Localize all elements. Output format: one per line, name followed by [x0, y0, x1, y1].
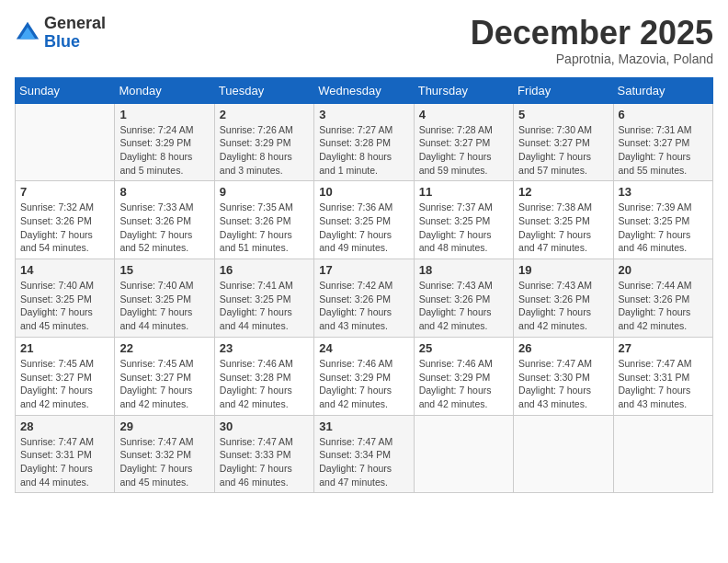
calendar-cell: 9Sunrise: 7:35 AM Sunset: 3:26 PM Daylig… [214, 181, 313, 259]
calendar-cell: 26Sunrise: 7:47 AM Sunset: 3:30 PM Dayli… [514, 337, 613, 415]
logo: General Blue [15, 15, 106, 52]
day-number: 25 [419, 341, 508, 355]
day-number: 21 [20, 341, 109, 355]
day-info: Sunrise: 7:44 AM Sunset: 3:26 PM Dayligh… [619, 279, 708, 333]
calendar-cell: 11Sunrise: 7:37 AM Sunset: 3:25 PM Dayli… [414, 181, 513, 259]
day-info: Sunrise: 7:45 AM Sunset: 3:27 PM Dayligh… [20, 357, 109, 411]
calendar-cell: 28Sunrise: 7:47 AM Sunset: 3:31 PM Dayli… [16, 415, 115, 493]
day-info: Sunrise: 7:47 AM Sunset: 3:32 PM Dayligh… [119, 435, 209, 489]
calendar-cell: 5Sunrise: 7:30 AM Sunset: 3:27 PM Daylig… [514, 103, 613, 181]
day-number: 17 [319, 263, 408, 277]
calendar-cell: 6Sunrise: 7:31 AM Sunset: 3:27 PM Daylig… [613, 103, 712, 181]
calendar-cell [414, 415, 513, 493]
day-number: 10 [319, 185, 408, 199]
day-number: 28 [20, 419, 109, 433]
calendar-cell [613, 415, 712, 493]
day-info: Sunrise: 7:36 AM Sunset: 3:25 PM Dayligh… [319, 201, 408, 255]
calendar-cell: 31Sunrise: 7:47 AM Sunset: 3:34 PM Dayli… [314, 415, 414, 493]
calendar-header-sunday: Sunday [16, 77, 115, 103]
calendar-cell: 2Sunrise: 7:26 AM Sunset: 3:29 PM Daylig… [214, 103, 313, 181]
calendar-cell: 17Sunrise: 7:42 AM Sunset: 3:26 PM Dayli… [314, 259, 414, 338]
day-number: 6 [619, 108, 708, 121]
day-info: Sunrise: 7:47 AM Sunset: 3:31 PM Dayligh… [619, 357, 708, 411]
calendar-header-thursday: Thursday [414, 77, 513, 103]
calendar-cell: 3Sunrise: 7:27 AM Sunset: 3:28 PM Daylig… [314, 103, 414, 181]
day-info: Sunrise: 7:27 AM Sunset: 3:28 PM Dayligh… [319, 123, 408, 178]
day-number: 24 [319, 341, 408, 355]
day-number: 27 [619, 341, 708, 355]
day-number: 4 [419, 108, 508, 121]
calendar-header-row: SundayMondayTuesdayWednesdayThursdayFrid… [16, 77, 713, 103]
title-block: December 2025 Paprotnia, Mazovia, Poland [471, 15, 713, 66]
month-title: December 2025 [471, 15, 713, 52]
day-info: Sunrise: 7:47 AM Sunset: 3:33 PM Dayligh… [220, 435, 309, 489]
day-info: Sunrise: 7:42 AM Sunset: 3:26 PM Dayligh… [319, 279, 408, 333]
day-number: 22 [119, 341, 209, 355]
day-number: 14 [20, 263, 109, 277]
calendar-header-friday: Friday [514, 77, 613, 103]
day-number: 12 [518, 185, 608, 199]
page-header: General Blue December 2025 Paprotnia, Ma… [15, 15, 713, 66]
day-number: 29 [119, 419, 209, 433]
day-info: Sunrise: 7:46 AM Sunset: 3:29 PM Dayligh… [419, 357, 508, 411]
day-number: 13 [619, 185, 708, 199]
calendar-week-5: 28Sunrise: 7:47 AM Sunset: 3:31 PM Dayli… [16, 415, 713, 493]
calendar-cell: 15Sunrise: 7:40 AM Sunset: 3:25 PM Dayli… [115, 259, 214, 338]
calendar-cell: 1Sunrise: 7:24 AM Sunset: 3:29 PM Daylig… [115, 103, 214, 181]
calendar-cell: 4Sunrise: 7:28 AM Sunset: 3:27 PM Daylig… [414, 103, 513, 181]
day-info: Sunrise: 7:32 AM Sunset: 3:26 PM Dayligh… [20, 201, 109, 255]
day-number: 8 [119, 185, 209, 199]
calendar-cell: 23Sunrise: 7:46 AM Sunset: 3:28 PM Dayli… [214, 337, 313, 415]
calendar-header-tuesday: Tuesday [214, 77, 313, 103]
calendar-cell: 16Sunrise: 7:41 AM Sunset: 3:25 PM Dayli… [214, 259, 313, 338]
day-number: 16 [220, 263, 309, 277]
logo-icon [15, 20, 40, 46]
calendar-cell: 8Sunrise: 7:33 AM Sunset: 3:26 PM Daylig… [115, 181, 214, 259]
calendar-cell: 19Sunrise: 7:43 AM Sunset: 3:26 PM Dayli… [514, 259, 613, 338]
calendar-cell: 10Sunrise: 7:36 AM Sunset: 3:25 PM Dayli… [314, 181, 414, 259]
day-number: 15 [119, 263, 209, 277]
day-info: Sunrise: 7:26 AM Sunset: 3:29 PM Dayligh… [220, 123, 309, 178]
day-info: Sunrise: 7:46 AM Sunset: 3:29 PM Dayligh… [319, 357, 408, 411]
day-number: 18 [419, 263, 508, 277]
calendar-cell: 7Sunrise: 7:32 AM Sunset: 3:26 PM Daylig… [16, 181, 115, 259]
calendar-week-1: 1Sunrise: 7:24 AM Sunset: 3:29 PM Daylig… [16, 103, 713, 181]
day-info: Sunrise: 7:47 AM Sunset: 3:34 PM Dayligh… [319, 435, 408, 489]
logo-general-text: General [44, 14, 106, 32]
day-number: 30 [220, 419, 309, 433]
day-number: 7 [20, 185, 109, 199]
calendar-cell: 29Sunrise: 7:47 AM Sunset: 3:32 PM Dayli… [115, 415, 214, 493]
calendar-cell: 21Sunrise: 7:45 AM Sunset: 3:27 PM Dayli… [16, 337, 115, 415]
day-number: 1 [119, 108, 209, 121]
calendar-cell [16, 103, 115, 181]
calendar-cell: 25Sunrise: 7:46 AM Sunset: 3:29 PM Dayli… [414, 337, 513, 415]
calendar-week-2: 7Sunrise: 7:32 AM Sunset: 3:26 PM Daylig… [16, 181, 713, 259]
day-info: Sunrise: 7:45 AM Sunset: 3:27 PM Dayligh… [119, 357, 209, 411]
location: Paprotnia, Mazovia, Poland [471, 52, 713, 66]
calendar-cell: 12Sunrise: 7:38 AM Sunset: 3:25 PM Dayli… [514, 181, 613, 259]
day-info: Sunrise: 7:38 AM Sunset: 3:25 PM Dayligh… [518, 201, 608, 255]
day-info: Sunrise: 7:35 AM Sunset: 3:26 PM Dayligh… [220, 201, 309, 255]
day-info: Sunrise: 7:47 AM Sunset: 3:31 PM Dayligh… [20, 435, 109, 489]
day-number: 3 [319, 108, 408, 121]
day-number: 23 [220, 341, 309, 355]
calendar-cell: 20Sunrise: 7:44 AM Sunset: 3:26 PM Dayli… [613, 259, 712, 338]
calendar-cell [514, 415, 613, 493]
calendar-cell: 30Sunrise: 7:47 AM Sunset: 3:33 PM Dayli… [214, 415, 313, 493]
calendar-table: SundayMondayTuesdayWednesdayThursdayFrid… [15, 77, 713, 494]
day-info: Sunrise: 7:33 AM Sunset: 3:26 PM Dayligh… [119, 201, 209, 255]
day-number: 31 [319, 419, 408, 433]
day-info: Sunrise: 7:39 AM Sunset: 3:25 PM Dayligh… [619, 201, 708, 255]
calendar-week-4: 21Sunrise: 7:45 AM Sunset: 3:27 PM Dayli… [16, 337, 713, 415]
day-number: 2 [220, 108, 309, 121]
day-info: Sunrise: 7:43 AM Sunset: 3:26 PM Dayligh… [518, 279, 608, 333]
day-info: Sunrise: 7:31 AM Sunset: 3:27 PM Dayligh… [619, 123, 708, 178]
logo-blue-text: Blue [44, 32, 80, 51]
calendar-header-monday: Monday [115, 77, 214, 103]
calendar-cell: 18Sunrise: 7:43 AM Sunset: 3:26 PM Dayli… [414, 259, 513, 338]
calendar-cell: 24Sunrise: 7:46 AM Sunset: 3:29 PM Dayli… [314, 337, 414, 415]
calendar-header-saturday: Saturday [613, 77, 712, 103]
day-info: Sunrise: 7:40 AM Sunset: 3:25 PM Dayligh… [20, 279, 109, 333]
day-info: Sunrise: 7:37 AM Sunset: 3:25 PM Dayligh… [419, 201, 508, 255]
day-info: Sunrise: 7:30 AM Sunset: 3:27 PM Dayligh… [518, 123, 608, 178]
